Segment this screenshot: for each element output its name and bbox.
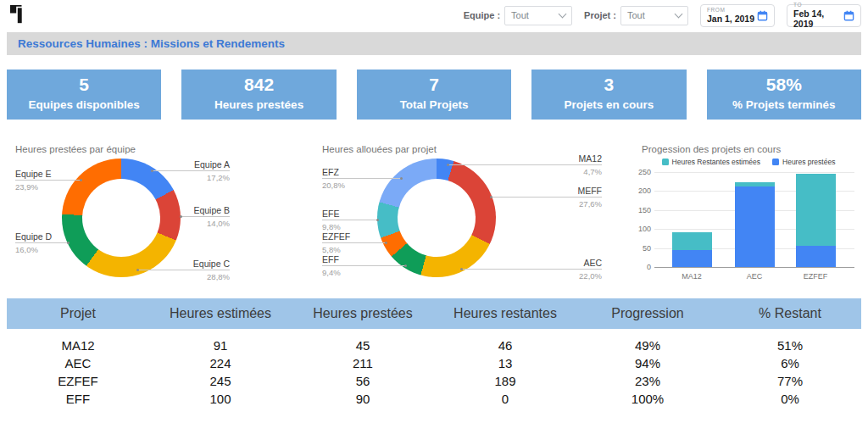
label-dot <box>447 164 449 166</box>
table-header-cell[interactable]: % Restant <box>719 298 861 331</box>
date-to-text: TO Feb 14, 2019 <box>793 2 843 29</box>
bar-segment[interactable] <box>796 174 836 246</box>
kpi-card: 3Projets en cours <box>531 70 686 120</box>
projects-table-header: ProjetHeures estiméesHeures prestéesHeur… <box>7 298 861 331</box>
label-dot <box>136 269 139 271</box>
slice-name: EFE <box>322 209 341 219</box>
calendar-icon[interactable] <box>757 10 768 21</box>
label-dot <box>490 196 492 198</box>
label-dot <box>376 219 379 221</box>
table-header-cell[interactable]: Heures restantes <box>434 298 576 331</box>
table-cell: 0% <box>719 390 861 408</box>
y-axis-tick: 200 <box>636 186 651 195</box>
date-to-label: TO <box>793 2 843 8</box>
date-from-value: Jan 1, 2019 <box>707 14 754 24</box>
chevron-down-icon <box>559 9 567 18</box>
kpi-card: 58%% Projets terminés <box>707 70 861 120</box>
equipe-filter-label: Equipe : <box>464 10 500 20</box>
date-from-label: FROM <box>707 7 754 13</box>
projet-select[interactable]: Tout <box>620 6 688 25</box>
y-axis-tick: 250 <box>636 168 651 176</box>
x-axis-category: MA12 <box>666 272 717 281</box>
label-dot <box>151 170 153 172</box>
table-header-cell[interactable]: Heures estimées <box>149 298 292 331</box>
slice-percent: 28,8% <box>193 272 230 281</box>
table-cell: 224 <box>149 354 292 372</box>
table-cell: 6% <box>719 354 861 372</box>
slice-name: EZFEF <box>322 232 350 242</box>
slice-percent: 5,8% <box>322 245 350 254</box>
date-from-picker[interactable]: FROM Jan 1, 2019 <box>700 4 775 27</box>
table-cell: 77% <box>719 372 861 390</box>
bar-segment[interactable] <box>735 182 775 187</box>
table-cell: 211 <box>292 354 434 372</box>
table-cell: 189 <box>434 372 576 390</box>
table-header-cell[interactable]: Heures prestées <box>292 298 434 331</box>
kpi-card: 842Heures prestées <box>181 70 336 120</box>
bar-segment[interactable] <box>672 250 712 267</box>
table-header-cell[interactable]: Progression <box>576 298 719 331</box>
table-cell: 51% <box>719 331 861 354</box>
page-title-bar: Ressources Humaines : Missions et Rendem… <box>7 32 861 55</box>
slice-name: Equipe C <box>193 259 230 269</box>
projects-table: ProjetHeures estiméesHeures prestéesHeur… <box>7 298 861 408</box>
table-cell: 56 <box>292 372 434 390</box>
donut-slice-label: MA124,7% <box>579 154 602 176</box>
chart-title: Heures prestées par équipe <box>15 144 136 154</box>
donut-slice-label: EZFEF5,8% <box>322 232 350 254</box>
table-cell: AEC <box>7 354 149 372</box>
bar-segment[interactable] <box>672 232 712 250</box>
slice-percent: 16,0% <box>15 245 52 254</box>
y-axis-tick: 50 <box>636 244 651 253</box>
kpi-row: 5Equipes disponibles842Heures prestées7T… <box>7 70 861 120</box>
label-dot <box>180 215 182 218</box>
slice-percent: 9,8% <box>322 222 341 231</box>
date-to-picker[interactable]: TO Feb 14, 2019 <box>787 4 861 27</box>
donut-slice-label: Equipe C28,8% <box>193 259 230 281</box>
donut-chart[interactable] <box>62 159 181 277</box>
slice-percent: 20,8% <box>322 181 345 190</box>
bar-chart-panel: Progession des projets en cours Heures R… <box>636 136 861 298</box>
table-cell: 91 <box>149 331 292 354</box>
calendar-icon[interactable] <box>843 10 854 21</box>
slice-name: EFF <box>322 255 341 264</box>
table-cell: 23% <box>576 372 719 390</box>
kpi-label: % Projets terminés <box>707 98 861 111</box>
table-header-cell[interactable]: Projet <box>7 298 149 331</box>
donut-slice-label: Equipe B14,0% <box>193 206 230 228</box>
kpi-label: Total Projets <box>357 98 511 111</box>
donut-slice-label: Equipe A17,2% <box>194 160 230 182</box>
table-cell: 94% <box>576 354 719 372</box>
table-cell: 13 <box>434 354 576 372</box>
equipe-filter-group: Equipe : Tout <box>464 6 572 25</box>
page-title: Ressources Humaines : Missions et Rendem… <box>18 37 285 50</box>
logo-icon <box>10 5 27 26</box>
kpi-card: 5Equipes disponibles <box>7 70 161 120</box>
charts-row: Heures prestées par équipe Equipe A17,2%… <box>0 136 868 298</box>
equipe-select-value: Tout <box>511 10 529 20</box>
equipe-select[interactable]: Tout <box>504 6 572 25</box>
donut-hole <box>82 179 160 257</box>
donut-panel-heures-par-projet: Heures allouées par projet MA124,7%MEFF2… <box>314 136 619 298</box>
bar-segment[interactable] <box>735 186 775 267</box>
slice-percent: 27,6% <box>577 199 602 209</box>
dashboard: Equipe : Tout Projet : Tout FROM Jan 1, … <box>0 0 868 434</box>
donut-chart[interactable] <box>377 159 496 277</box>
label-dot <box>404 264 407 267</box>
slice-name: Equipe D <box>15 232 52 242</box>
table-cell: EZFEF <box>7 372 149 390</box>
kpi-value: 58% <box>707 75 861 95</box>
kpi-card: 7Total Projets <box>357 70 511 120</box>
top-bar: Equipe : Tout Projet : Tout FROM Jan 1, … <box>0 0 868 31</box>
slice-name: Equipe B <box>193 206 230 215</box>
projet-filter-label: Projet : <box>584 10 616 20</box>
slice-name: MA12 <box>579 154 602 164</box>
y-axis-tick: 150 <box>636 206 651 214</box>
bar-segment[interactable] <box>796 246 836 267</box>
table-cell: 0 <box>434 390 576 408</box>
chevron-down-icon <box>675 9 683 18</box>
kpi-value: 3 <box>531 75 686 95</box>
slice-percent: 14,0% <box>193 219 230 228</box>
donut-slice-label: EFZ20,8% <box>322 168 345 190</box>
label-dot <box>80 179 82 181</box>
